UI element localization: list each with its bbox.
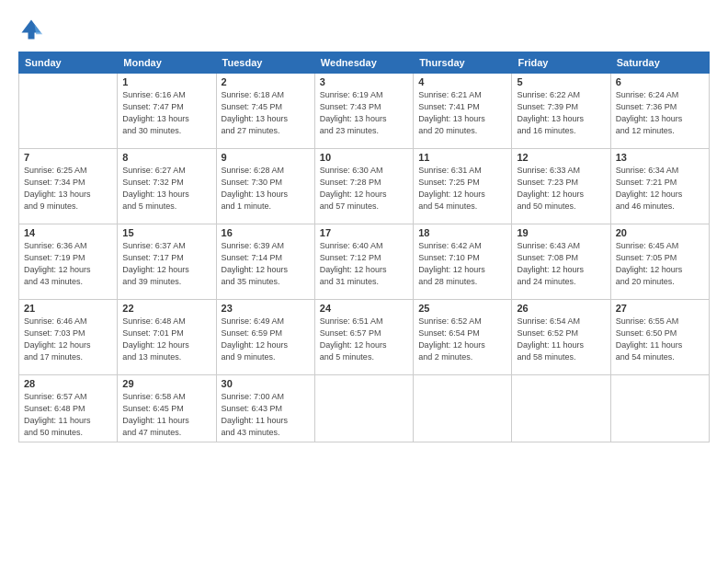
svg-marker-1 bbox=[35, 25, 43, 35]
day-info: Sunrise: 6:54 AM Sunset: 6:52 PM Dayligh… bbox=[517, 316, 605, 363]
day-number: 15 bbox=[122, 227, 210, 238]
day-info: Sunrise: 6:24 AM Sunset: 7:36 PM Dayligh… bbox=[616, 89, 704, 137]
day-info: Sunrise: 6:27 AM Sunset: 7:32 PM Dayligh… bbox=[122, 165, 210, 213]
calendar-cell: 13Sunrise: 6:34 AM Sunset: 7:21 PM Dayli… bbox=[610, 149, 709, 224]
day-number: 18 bbox=[418, 227, 506, 238]
weekday-wednesday: Wednesday bbox=[314, 52, 413, 74]
calendar-cell bbox=[610, 375, 709, 442]
day-info: Sunrise: 7:00 AM Sunset: 6:43 PM Dayligh… bbox=[222, 391, 310, 439]
day-number: 17 bbox=[320, 227, 408, 238]
day-number: 19 bbox=[517, 227, 605, 238]
day-number: 1 bbox=[122, 76, 210, 87]
calendar-cell: 30Sunrise: 7:00 AM Sunset: 6:43 PM Dayli… bbox=[216, 375, 314, 442]
calendar-cell: 11Sunrise: 6:31 AM Sunset: 7:25 PM Dayli… bbox=[414, 149, 512, 224]
calendar-week-2: 14Sunrise: 6:36 AM Sunset: 7:19 PM Dayli… bbox=[19, 224, 710, 300]
day-number: 16 bbox=[222, 227, 310, 238]
day-info: Sunrise: 6:30 AM Sunset: 7:28 PM Dayligh… bbox=[320, 165, 408, 213]
calendar-week-1: 7Sunrise: 6:25 AM Sunset: 7:34 PM Daylig… bbox=[19, 149, 710, 224]
day-number: 6 bbox=[616, 76, 704, 87]
logo bbox=[18, 17, 48, 42]
day-number: 30 bbox=[222, 378, 310, 389]
calendar-cell bbox=[512, 375, 610, 442]
weekday-friday: Friday bbox=[512, 52, 610, 74]
calendar-cell: 6Sunrise: 6:24 AM Sunset: 7:36 PM Daylig… bbox=[610, 74, 709, 149]
page: SundayMondayTuesdayWednesdayThursdayFrid… bbox=[0, 0, 728, 563]
day-number: 26 bbox=[517, 303, 605, 314]
calendar-cell: 21Sunrise: 6:46 AM Sunset: 7:03 PM Dayli… bbox=[19, 300, 118, 375]
calendar-cell bbox=[414, 375, 512, 442]
calendar-cell: 16Sunrise: 6:39 AM Sunset: 7:14 PM Dayli… bbox=[216, 224, 314, 300]
day-number: 28 bbox=[24, 378, 112, 389]
day-number: 2 bbox=[222, 76, 310, 87]
calendar-cell: 29Sunrise: 6:58 AM Sunset: 6:45 PM Dayli… bbox=[118, 375, 216, 442]
header bbox=[18, 17, 710, 42]
day-number: 27 bbox=[616, 303, 704, 314]
calendar-cell: 20Sunrise: 6:45 AM Sunset: 7:05 PM Dayli… bbox=[610, 224, 709, 300]
day-info: Sunrise: 6:19 AM Sunset: 7:43 PM Dayligh… bbox=[320, 89, 408, 137]
calendar-table: SundayMondayTuesdayWednesdayThursdayFrid… bbox=[18, 52, 710, 442]
calendar-cell: 5Sunrise: 6:22 AM Sunset: 7:39 PM Daylig… bbox=[512, 74, 610, 149]
calendar-cell: 12Sunrise: 6:33 AM Sunset: 7:23 PM Dayli… bbox=[512, 149, 610, 224]
calendar-cell: 28Sunrise: 6:57 AM Sunset: 6:48 PM Dayli… bbox=[19, 375, 118, 442]
day-info: Sunrise: 6:43 AM Sunset: 7:08 PM Dayligh… bbox=[517, 240, 605, 288]
weekday-header-row: SundayMondayTuesdayWednesdayThursdayFrid… bbox=[19, 52, 710, 74]
calendar-cell: 18Sunrise: 6:42 AM Sunset: 7:10 PM Dayli… bbox=[414, 224, 512, 300]
day-number: 20 bbox=[616, 227, 704, 238]
day-info: Sunrise: 6:39 AM Sunset: 7:14 PM Dayligh… bbox=[222, 240, 310, 288]
day-info: Sunrise: 6:25 AM Sunset: 7:34 PM Dayligh… bbox=[24, 165, 112, 213]
day-number: 7 bbox=[24, 152, 112, 163]
day-number: 25 bbox=[418, 303, 506, 314]
day-number: 21 bbox=[24, 303, 112, 314]
calendar-cell: 8Sunrise: 6:27 AM Sunset: 7:32 PM Daylig… bbox=[118, 149, 216, 224]
calendar-cell: 10Sunrise: 6:30 AM Sunset: 7:28 PM Dayli… bbox=[314, 149, 413, 224]
calendar-cell bbox=[19, 74, 118, 149]
calendar-cell: 22Sunrise: 6:48 AM Sunset: 7:01 PM Dayli… bbox=[118, 300, 216, 375]
day-number: 9 bbox=[222, 152, 310, 163]
calendar-cell: 14Sunrise: 6:36 AM Sunset: 7:19 PM Dayli… bbox=[19, 224, 118, 300]
calendar-cell: 25Sunrise: 6:52 AM Sunset: 6:54 PM Dayli… bbox=[414, 300, 512, 375]
weekday-saturday: Saturday bbox=[610, 52, 709, 74]
weekday-sunday: Sunday bbox=[19, 52, 118, 74]
calendar-cell: 1Sunrise: 6:16 AM Sunset: 7:47 PM Daylig… bbox=[118, 74, 216, 149]
day-info: Sunrise: 6:22 AM Sunset: 7:39 PM Dayligh… bbox=[517, 89, 605, 137]
day-info: Sunrise: 6:58 AM Sunset: 6:45 PM Dayligh… bbox=[122, 391, 210, 439]
calendar-cell: 26Sunrise: 6:54 AM Sunset: 6:52 PM Dayli… bbox=[512, 300, 610, 375]
day-number: 24 bbox=[320, 303, 408, 314]
calendar-cell: 24Sunrise: 6:51 AM Sunset: 6:57 PM Dayli… bbox=[314, 300, 413, 375]
day-info: Sunrise: 6:51 AM Sunset: 6:57 PM Dayligh… bbox=[320, 316, 408, 363]
day-info: Sunrise: 6:28 AM Sunset: 7:30 PM Dayligh… bbox=[222, 165, 310, 213]
day-info: Sunrise: 6:31 AM Sunset: 7:25 PM Dayligh… bbox=[418, 165, 506, 213]
calendar-week-3: 21Sunrise: 6:46 AM Sunset: 7:03 PM Dayli… bbox=[19, 300, 710, 375]
day-info: Sunrise: 6:55 AM Sunset: 6:50 PM Dayligh… bbox=[616, 316, 704, 363]
day-info: Sunrise: 6:33 AM Sunset: 7:23 PM Dayligh… bbox=[517, 165, 605, 213]
day-info: Sunrise: 6:18 AM Sunset: 7:45 PM Dayligh… bbox=[222, 89, 310, 137]
calendar-cell: 2Sunrise: 6:18 AM Sunset: 7:45 PM Daylig… bbox=[216, 74, 314, 149]
day-number: 3 bbox=[320, 76, 408, 87]
weekday-monday: Monday bbox=[118, 52, 216, 74]
day-info: Sunrise: 6:40 AM Sunset: 7:12 PM Dayligh… bbox=[320, 240, 408, 288]
day-number: 4 bbox=[418, 76, 506, 87]
day-number: 29 bbox=[122, 378, 210, 389]
day-number: 12 bbox=[517, 152, 605, 163]
day-info: Sunrise: 6:57 AM Sunset: 6:48 PM Dayligh… bbox=[24, 391, 112, 439]
day-info: Sunrise: 6:42 AM Sunset: 7:10 PM Dayligh… bbox=[418, 240, 506, 288]
day-info: Sunrise: 6:46 AM Sunset: 7:03 PM Dayligh… bbox=[24, 316, 112, 363]
day-info: Sunrise: 6:45 AM Sunset: 7:05 PM Dayligh… bbox=[616, 240, 704, 288]
weekday-tuesday: Tuesday bbox=[216, 52, 314, 74]
calendar-cell: 15Sunrise: 6:37 AM Sunset: 7:17 PM Dayli… bbox=[118, 224, 216, 300]
calendar-cell: 27Sunrise: 6:55 AM Sunset: 6:50 PM Dayli… bbox=[610, 300, 709, 375]
logo-icon bbox=[18, 17, 44, 42]
calendar-week-4: 28Sunrise: 6:57 AM Sunset: 6:48 PM Dayli… bbox=[19, 375, 710, 442]
day-number: 13 bbox=[616, 152, 704, 163]
day-info: Sunrise: 6:48 AM Sunset: 7:01 PM Dayligh… bbox=[122, 316, 210, 363]
calendar-cell: 17Sunrise: 6:40 AM Sunset: 7:12 PM Dayli… bbox=[314, 224, 413, 300]
day-info: Sunrise: 6:36 AM Sunset: 7:19 PM Dayligh… bbox=[24, 240, 112, 288]
calendar-cell: 19Sunrise: 6:43 AM Sunset: 7:08 PM Dayli… bbox=[512, 224, 610, 300]
day-number: 5 bbox=[517, 76, 605, 87]
day-info: Sunrise: 6:37 AM Sunset: 7:17 PM Dayligh… bbox=[122, 240, 210, 288]
calendar-cell bbox=[314, 375, 413, 442]
day-info: Sunrise: 6:49 AM Sunset: 6:59 PM Dayligh… bbox=[222, 316, 310, 363]
day-number: 23 bbox=[222, 303, 310, 314]
calendar-cell: 4Sunrise: 6:21 AM Sunset: 7:41 PM Daylig… bbox=[414, 74, 512, 149]
day-number: 8 bbox=[122, 152, 210, 163]
